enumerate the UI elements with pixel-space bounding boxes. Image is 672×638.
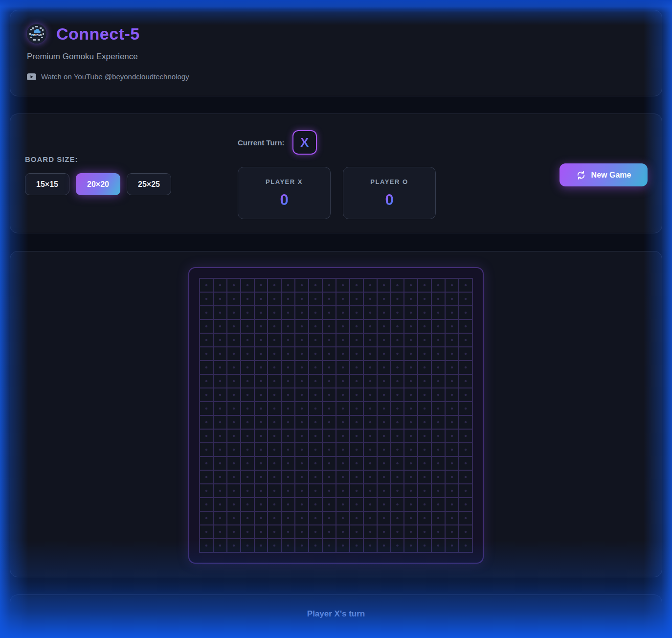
board-cell[interactable] [378, 498, 390, 511]
board-cell[interactable] [432, 402, 445, 415]
board-cell[interactable] [200, 471, 213, 483]
board-cell[interactable] [364, 279, 377, 292]
board-cell[interactable] [378, 430, 390, 442]
board-cell[interactable] [446, 306, 458, 319]
board-cell[interactable] [459, 334, 472, 346]
board-cell[interactable] [404, 320, 417, 333]
board-cell[interactable] [391, 279, 404, 292]
board-cell[interactable] [336, 539, 349, 552]
board-cell[interactable] [459, 375, 472, 387]
board-cell[interactable] [323, 416, 336, 429]
board-cell[interactable] [350, 375, 363, 387]
board-cell[interactable] [391, 334, 404, 346]
board-cell[interactable] [391, 525, 404, 538]
board-cell[interactable] [350, 443, 363, 456]
board-cell[interactable] [418, 361, 431, 374]
board-cell[interactable] [391, 430, 404, 442]
board-cell[interactable] [200, 388, 213, 401]
board-cell[interactable] [295, 388, 308, 401]
board-cell[interactable] [364, 416, 377, 429]
board-cell[interactable] [336, 306, 349, 319]
board-cell[interactable] [432, 498, 445, 511]
board-cell[interactable] [418, 347, 431, 360]
board-cell[interactable] [323, 388, 336, 401]
board-cell[interactable] [336, 457, 349, 470]
board-cell[interactable] [350, 388, 363, 401]
board-cell[interactable] [309, 361, 322, 374]
size-button-15[interactable]: 15×15 [25, 173, 69, 195]
board-cell[interactable] [459, 416, 472, 429]
size-button-25[interactable]: 25×25 [127, 173, 171, 195]
board-cell[interactable] [241, 279, 254, 292]
board-cell[interactable] [404, 498, 417, 511]
board-cell[interactable] [336, 484, 349, 497]
board-cell[interactable] [227, 361, 240, 374]
board-cell[interactable] [309, 498, 322, 511]
board-cell[interactable] [404, 512, 417, 524]
board-cell[interactable] [295, 347, 308, 360]
board-cell[interactable] [241, 388, 254, 401]
board-cell[interactable] [378, 525, 390, 538]
board-cell[interactable] [446, 402, 458, 415]
board-cell[interactable] [418, 525, 431, 538]
board-cell[interactable] [364, 402, 377, 415]
board-cell[interactable] [227, 443, 240, 456]
board-cell[interactable] [227, 293, 240, 305]
board-cell[interactable] [200, 306, 213, 319]
board-cell[interactable] [295, 525, 308, 538]
board-cell[interactable] [268, 471, 281, 483]
board-cell[interactable] [459, 539, 472, 552]
board-cell[interactable] [295, 361, 308, 374]
board-cell[interactable] [432, 293, 445, 305]
board-cell[interactable] [241, 320, 254, 333]
board-cell[interactable] [200, 361, 213, 374]
board-cell[interactable] [227, 306, 240, 319]
board-cell[interactable] [282, 512, 294, 524]
board-cell[interactable] [214, 471, 226, 483]
board-cell[interactable] [268, 375, 281, 387]
board-cell[interactable] [432, 306, 445, 319]
board-cell[interactable] [391, 498, 404, 511]
board-cell[interactable] [323, 512, 336, 524]
board-cell[interactable] [446, 375, 458, 387]
board-cell[interactable] [241, 293, 254, 305]
board-cell[interactable] [214, 388, 226, 401]
board-cell[interactable] [404, 347, 417, 360]
board-cell[interactable] [214, 361, 226, 374]
board-cell[interactable] [391, 320, 404, 333]
board-cell[interactable] [418, 402, 431, 415]
board-cell[interactable] [378, 471, 390, 483]
board-cell[interactable] [378, 457, 390, 470]
board-cell[interactable] [323, 457, 336, 470]
board-cell[interactable] [391, 484, 404, 497]
board-cell[interactable] [268, 539, 281, 552]
size-button-20[interactable]: 20×20 [76, 173, 120, 195]
board-cell[interactable] [459, 430, 472, 442]
board-cell[interactable] [364, 361, 377, 374]
board-cell[interactable] [336, 512, 349, 524]
board-cell[interactable] [227, 320, 240, 333]
board-cell[interactable] [255, 484, 268, 497]
board-cell[interactable] [378, 512, 390, 524]
board-cell[interactable] [404, 525, 417, 538]
board-cell[interactable] [446, 525, 458, 538]
board-cell[interactable] [255, 347, 268, 360]
board-cell[interactable] [200, 375, 213, 387]
board-cell[interactable] [446, 320, 458, 333]
board-cell[interactable] [255, 498, 268, 511]
board-cell[interactable] [459, 484, 472, 497]
board-cell[interactable] [336, 443, 349, 456]
board-cell[interactable] [309, 388, 322, 401]
board-cell[interactable] [459, 361, 472, 374]
board-cell[interactable] [268, 320, 281, 333]
board-cell[interactable] [200, 334, 213, 346]
board-cell[interactable] [282, 539, 294, 552]
board-cell[interactable] [432, 361, 445, 374]
board-cell[interactable] [200, 539, 213, 552]
board-cell[interactable] [378, 279, 390, 292]
board-cell[interactable] [378, 361, 390, 374]
board-cell[interactable] [309, 525, 322, 538]
board-cell[interactable] [446, 361, 458, 374]
board-cell[interactable] [350, 402, 363, 415]
board-cell[interactable] [295, 443, 308, 456]
